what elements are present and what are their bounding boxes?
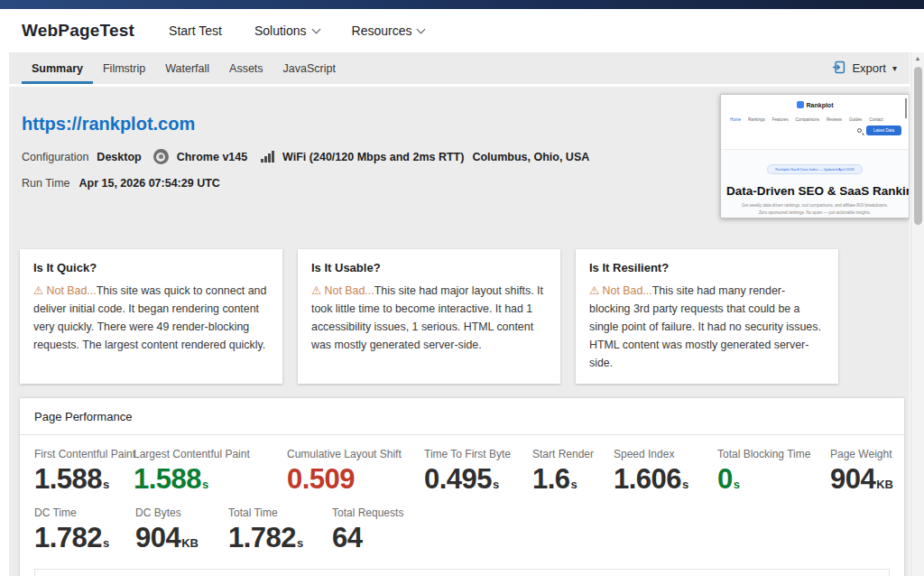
configuration-label: Configuration — [22, 151, 88, 163]
tab-assets[interactable]: Assets — [219, 52, 273, 84]
thumbnail-brand: Rankplot — [721, 95, 909, 108]
thumbnail-hero: Rankplot SaaS Data Index — Updated April… — [721, 149, 909, 218]
metric-speed-index: Speed Index 1.606s — [614, 448, 717, 496]
card-status: Not Bad... — [603, 284, 652, 297]
main-nav: Start Test Solutions Resources — [169, 23, 424, 38]
export-caret-icon: ▾ — [892, 63, 897, 73]
test-info-section: https://rankplot.com Configuration Deskt… — [9, 87, 910, 237]
chevron-down-icon — [311, 24, 320, 33]
thumbnail-nav: HomeRankingsFeaturesComparisonsReviewsGu… — [730, 116, 900, 125]
metric-largest-contentful-paint: Largest Contentful Paint 1.588s — [134, 448, 287, 496]
metrics-row-2: DC Time 1.782s DC Bytes 904KB Total Time… — [20, 496, 904, 554]
export-button[interactable]: Export ▾ — [832, 52, 897, 84]
card-text: This site had many render-blocking 3rd p… — [589, 284, 821, 369]
page-performance-panel: Page Performance First Contentful Paint … — [20, 398, 904, 576]
metric-time-to-first-byte: Time To First Byte 0.495s — [424, 448, 532, 496]
site-screenshot-thumbnail[interactable]: Rankplot HomeRankingsFeaturesComparisons… — [720, 94, 910, 218]
nav-start-test[interactable]: Start Test — [169, 23, 222, 38]
thumbnail-scrollbar — [905, 98, 907, 118]
signal-bars-icon — [261, 151, 274, 163]
grade-cards: Is It Quick? ⚠ Not Bad...This site was q… — [20, 249, 910, 384]
runtime-value: Apr 15, 2026 07:54:29 UTC — [79, 177, 220, 190]
connection-value: WiFi (240/120 Mbps and 2ms RTT) — [282, 151, 464, 163]
rankplot-logo-icon — [797, 101, 804, 108]
nav-solutions[interactable]: Solutions — [254, 23, 319, 38]
chevron-down-icon — [417, 24, 426, 33]
content-area: Summary Filmstrip Waterfall Assets JavaS… — [9, 52, 910, 576]
panel-title: Page Performance — [20, 398, 904, 435]
card-title: Is It Resilient? — [589, 261, 825, 274]
card-title: Is It Usable? — [311, 261, 547, 274]
metric-total-time: Total Time 1.782s — [228, 506, 332, 554]
thumbnail-cta: Latest Data — [857, 125, 901, 135]
card-is-it-resilient: Is It Resilient? ⚠ Not Bad...This site h… — [576, 249, 838, 384]
thumbnail-cta-button: Latest Data — [866, 125, 901, 135]
filmstrip-container: Visual Change Time To First Byte First C… — [34, 569, 890, 576]
metric-total-requests: Total Requests 64 — [332, 506, 422, 554]
top-accent-bar — [0, 0, 924, 9]
tab-javascript[interactable]: JavaScript — [273, 52, 346, 84]
card-is-it-quick: Is It Quick? ⚠ Not Bad...This site was q… — [20, 249, 282, 384]
scrollbar-up-arrow[interactable]: ▲ — [911, 52, 924, 65]
tab-filmstrip[interactable]: Filmstrip — [93, 52, 155, 84]
metric-first-contentful-paint: First Contentful Paint 1.588s — [34, 448, 134, 496]
metric-dc-bytes: DC Bytes 904KB — [135, 506, 228, 554]
nav-resources[interactable]: Resources — [352, 23, 425, 38]
warning-icon: ⚠ — [589, 284, 599, 297]
metric-page-weight: Page Weight 904KB — [830, 448, 902, 496]
tab-summary[interactable]: Summary — [22, 52, 93, 84]
metric-dc-time: DC Time 1.782s — [34, 506, 135, 554]
result-tabbar: Summary Filmstrip Waterfall Assets JavaS… — [9, 52, 910, 87]
webpagetest-logo[interactable]: WebPageTest — [22, 21, 134, 41]
page-scrollbar[interactable]: ▲ — [910, 52, 924, 576]
metric-total-blocking-time: Total Blocking Time 0s — [717, 448, 830, 496]
card-is-it-usable: Is It Usable? ⚠ Not Bad...This site had … — [298, 249, 560, 384]
metric-cumulative-layout-shift: Cumulative Layout Shift 0.509 — [287, 448, 424, 496]
scrollbar-thumb[interactable] — [914, 67, 922, 225]
chrome-browser-icon — [153, 149, 169, 164]
metrics-row-1: First Contentful Paint 1.588s Largest Co… — [20, 435, 904, 496]
metric-start-render: Start Render 1.6s — [532, 448, 614, 496]
thumbnail-subtext: Get weekly data-driven rankings, tool co… — [741, 202, 889, 217]
runtime-label: Run Time — [22, 177, 70, 190]
location-value: Columbus, Ohio, USA — [472, 151, 589, 163]
warning-icon: ⚠ — [311, 284, 321, 297]
card-status: Not Bad... — [47, 284, 97, 297]
thumbnail-heading: Data-Driven SEO & SaaS Ranking — [721, 184, 909, 198]
card-title: Is It Quick? — [33, 261, 269, 274]
card-status: Not Bad... — [325, 284, 374, 297]
device-value: Desktop — [97, 151, 141, 163]
warning-icon: ⚠ — [33, 284, 43, 297]
search-icon — [857, 128, 862, 133]
export-icon — [832, 60, 845, 77]
site-header: WebPageTest Start Test Solutions Resourc… — [0, 9, 924, 52]
browser-value: Chrome v145 — [177, 151, 248, 163]
tab-waterfall[interactable]: Waterfall — [155, 52, 219, 84]
thumbnail-badge: Rankplot SaaS Data Index — Updated April… — [767, 164, 862, 174]
